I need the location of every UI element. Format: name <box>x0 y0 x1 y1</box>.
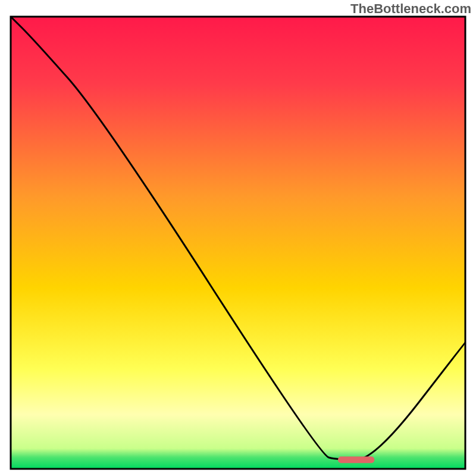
watermark-text: TheBottleneck.com <box>350 1 471 17</box>
chart-svg <box>0 0 476 476</box>
optimal-range-marker <box>338 456 374 463</box>
bottleneck-chart: TheBottleneck.com <box>0 0 476 476</box>
plot-gradient-background <box>11 17 465 469</box>
